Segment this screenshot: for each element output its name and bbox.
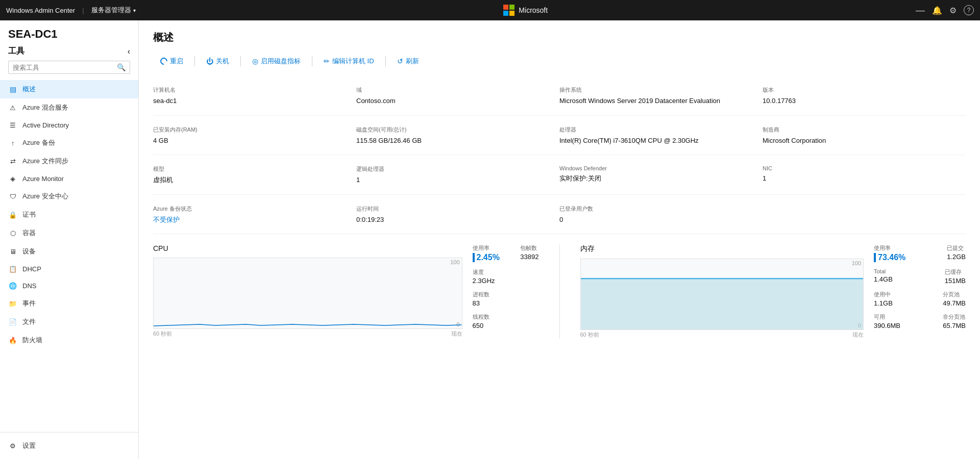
info-cell-nic: NIC 1 <box>763 160 966 195</box>
cpu-stats: 使用率 2.45% 包帧数 33892 速度 2.3GHz 进程数 <box>473 244 539 339</box>
info-cell-empty <box>763 200 966 235</box>
sidebar-header: SEA-DC1 工具 ‹ 🔍 <box>0 20 138 80</box>
edit-id-button[interactable]: ✏ 编辑计算机 ID <box>316 54 381 69</box>
ms-logo-green <box>509 5 514 10</box>
azure-monitor-icon: ◈ <box>8 175 17 183</box>
sidebar-item-devices[interactable]: 🖥 设备 <box>0 242 138 261</box>
dns-icon: 🌐 <box>8 282 17 290</box>
mem-stat-group-4: 可用 390.6MB 非分页池 65.7MB <box>874 313 966 329</box>
ms-logo-blue <box>503 11 508 16</box>
topbar: Windows Admin Center | 服务器管理器 ▾ Microsof… <box>0 0 980 20</box>
sidebar-item-label: Azure 混合服务 <box>22 103 68 112</box>
sidebar-item-label: 防火墙 <box>22 336 42 345</box>
ms-logo-yellow <box>509 11 514 16</box>
sidebar-item-firewall[interactable]: 🔥 防火墙 <box>0 331 138 349</box>
backup-status-link[interactable]: 不受保护 <box>153 216 180 223</box>
sidebar-item-azure-backup[interactable]: ↑ Azure 备份 <box>0 134 138 152</box>
minimize-icon[interactable]: — <box>916 5 925 16</box>
mem-committed-stat: 已提交 1.2GB <box>947 244 966 262</box>
mem-total-stat: Total 1.4GB <box>874 268 893 285</box>
main-layout: SEA-DC1 工具 ‹ 🔍 ▤ 概述 ⚠ Azure 混合服务 ☰ Activ… <box>0 20 980 459</box>
search-input[interactable] <box>13 64 117 71</box>
info-cell-ram: 已安装内存(RAM) 4 GB <box>153 121 356 156</box>
containers-icon: ⬡ <box>8 230 17 237</box>
cpu-speed-stat: 速度 2.3GHz <box>473 268 539 285</box>
topbar-center: Microsoft <box>136 5 916 16</box>
cpu-chart-svg <box>154 258 462 328</box>
info-grid: 计算机名 sea-dc1 域 Contoso.com 操作系统 Microsof… <box>153 81 966 234</box>
info-cell-os: 操作系统 Microsoft Windows Server 2019 Datac… <box>559 81 763 116</box>
sidebar-item-label: 证书 <box>22 210 36 219</box>
toolbar-separator-4 <box>385 56 386 66</box>
sidebar-item-label: 设置 <box>22 441 36 450</box>
sidebar-item-certs[interactable]: 🔒 证书 <box>0 206 138 224</box>
dhcp-icon: 📋 <box>8 265 17 273</box>
sidebar-item-label: 文件 <box>22 317 36 326</box>
sidebar-bottom: ⚙ 设置 <box>0 432 138 459</box>
sidebar-item-containers[interactable]: ⬡ 容器 <box>0 224 138 242</box>
info-cell-defender: Windows Defender 实时保护:关闭 <box>559 160 763 195</box>
sidebar-item-label: 容器 <box>22 228 36 238</box>
restart-icon <box>159 56 169 66</box>
sidebar-item-files[interactable]: 📄 文件 <box>0 313 138 331</box>
info-row-3: 模型 虚拟机 逻辑处理器 1 Windows Defender 实时保护:关闭 … <box>153 160 966 195</box>
sidebar-item-dns[interactable]: 🌐 DNS <box>0 277 138 294</box>
sidebar-item-label: DHCP <box>22 265 41 273</box>
disk-metric-icon: ◎ <box>252 57 258 65</box>
toolbar: 重启 ⏻ 关机 ◎ 启用磁盘指标 ✏ 编辑计算机 ID ↺ 刷新 <box>153 54 966 69</box>
disk-metric-button[interactable]: ◎ 启用磁盘指标 <box>245 54 308 69</box>
cpu-section: CPU 100 0 60 秒前 现在 <box>153 244 549 339</box>
page-title: 概述 <box>153 31 966 44</box>
sidebar-item-label: DNS <box>22 282 36 290</box>
mem-paged-stat: 分页池 49.7MB <box>943 291 966 307</box>
bell-icon[interactable]: 🔔 <box>932 6 942 15</box>
content-area: 概述 重启 ⏻ 关机 ◎ 启用磁盘指标 ✏ 编辑计算机 ID <box>139 20 980 459</box>
toolbar-separator-2 <box>240 56 241 66</box>
firewall-icon: 🔥 <box>8 337 17 344</box>
search-icon: 🔍 <box>117 63 126 71</box>
tools-label: 工具 ‹ <box>8 46 130 57</box>
topbar-left: Windows Admin Center | 服务器管理器 ▾ <box>6 6 136 15</box>
cpu-process-stat: 进程数 83 <box>473 291 539 307</box>
info-row-1: 计算机名 sea-dc1 域 Contoso.com 操作系统 Microsof… <box>153 81 966 116</box>
sidebar-item-active-directory[interactable]: ☰ Active Directory <box>0 117 138 134</box>
mem-nonpaged-stat: 非分页池 65.7MB <box>943 313 966 329</box>
restart-button[interactable]: 重启 <box>153 54 190 69</box>
sidebar-item-events[interactable]: 📁 事件 <box>0 294 138 313</box>
sidebar-item-azure-security[interactable]: 🛡 Azure 安全中心 <box>0 187 138 206</box>
topbar-right: — 🔔 ⚙ ? <box>916 5 974 16</box>
info-cell-manufacturer: 制造商 Microsoft Corporation <box>763 121 966 156</box>
info-cell-logged-users: 已登录用户数 0 <box>559 200 763 235</box>
mem-time-ago: 60 秒前 <box>580 331 599 339</box>
help-icon[interactable]: ? <box>964 5 974 15</box>
shutdown-button[interactable]: ⏻ 关机 <box>199 54 236 69</box>
sidebar-item-azure-hybrid[interactable]: ⚠ Azure 混合服务 <box>0 98 138 117</box>
edit-icon: ✏ <box>324 57 330 65</box>
ms-logo-red <box>503 5 508 10</box>
azure-security-icon: 🛡 <box>8 193 17 200</box>
sidebar-collapse-button[interactable]: ‹ <box>128 47 130 56</box>
sidebar-item-dhcp[interactable]: 📋 DHCP <box>0 261 138 277</box>
info-cell-computer-name: 计算机名 sea-dc1 <box>153 81 356 116</box>
sidebar-item-settings[interactable]: ⚙ 设置 <box>0 437 138 455</box>
sidebar-item-label: Azure Monitor <box>22 175 64 183</box>
sidebar-item-azure-monitor[interactable]: ◈ Azure Monitor <box>0 170 138 187</box>
mem-cached-stat: 已缓存 151MB <box>945 268 966 285</box>
memory-section: 内存 100 0 60 秒前 现在 <box>570 244 966 339</box>
mem-stat-group-2: Total 1.4GB 已缓存 151MB <box>874 268 966 285</box>
settings-icon[interactable]: ⚙ <box>949 6 957 15</box>
sidebar-item-azure-file-sync[interactable]: ⇄ Azure 文件同步 <box>0 152 138 170</box>
sidebar-item-label: Active Directory <box>22 121 69 129</box>
toolbar-separator-3 <box>312 56 312 66</box>
cpu-time-ago: 60 秒前 <box>153 330 172 338</box>
ms-brand-text: Microsoft <box>519 6 548 14</box>
sidebar-item-label: 设备 <box>22 247 36 256</box>
sidebar-item-label: Azure 备份 <box>22 138 55 147</box>
server-manager-label[interactable]: 服务器管理器 ▾ <box>91 6 136 15</box>
sidebar-nav: ▤ 概述 ⚠ Azure 混合服务 ☰ Active Directory ↑ A… <box>0 80 138 432</box>
certs-icon: 🔒 <box>8 211 17 219</box>
refresh-button[interactable]: ↺ 刷新 <box>390 54 426 69</box>
azure-hybrid-icon: ⚠ <box>8 104 17 112</box>
sidebar-item-overview[interactable]: ▤ 概述 <box>0 80 138 98</box>
sidebar-item-label: Azure 文件同步 <box>22 157 68 166</box>
